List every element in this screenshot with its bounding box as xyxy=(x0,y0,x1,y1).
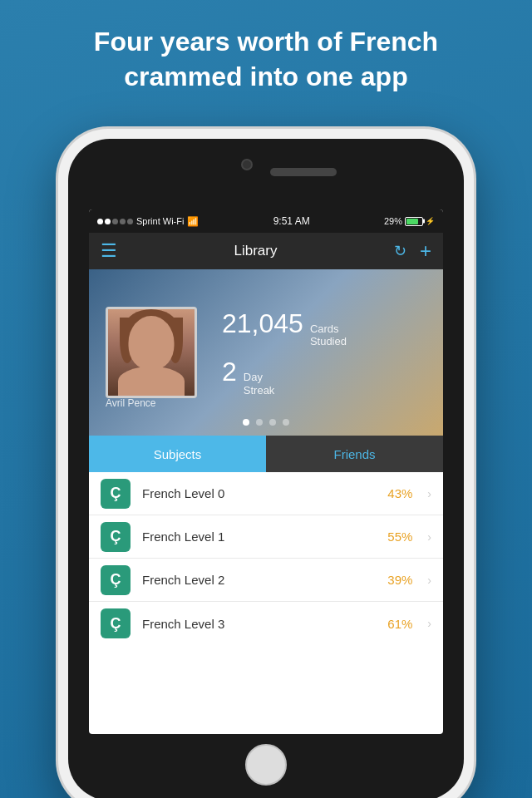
profile-name: Avril Pence xyxy=(106,397,155,409)
tab-friends[interactable]: Friends xyxy=(266,436,443,472)
day-streak-row: 2 DayStreak xyxy=(222,357,347,397)
screen: Sprint Wi-Fi 📶 9:51 AM 29% ⚡ ☰ Library xyxy=(89,209,443,734)
signal-dots xyxy=(97,219,133,224)
tab-friends-label: Friends xyxy=(333,447,375,461)
lightning-icon: ⚡ xyxy=(426,217,435,225)
signal-dot-1 xyxy=(97,219,103,224)
profile-banner: 21,045 CardsStudied 2 DayStreak Avril Pe… xyxy=(89,269,443,436)
signal-dot-2 xyxy=(105,219,111,224)
subject-percent-0: 43% xyxy=(387,486,412,500)
subject-list: Ç French Level 0 43% › Ç French Level 1 … xyxy=(89,472,443,645)
profile-photo xyxy=(106,307,197,398)
subject-icon-0: Ç xyxy=(101,479,131,509)
pdot-2 xyxy=(269,419,276,426)
phone-inner: Sprint Wi-Fi 📶 9:51 AM 29% ⚡ ☰ Library xyxy=(68,139,464,798)
subject-item-2[interactable]: Ç French Level 2 39% › xyxy=(89,559,443,602)
subject-item-1[interactable]: Ç French Level 1 55% › xyxy=(89,515,443,559)
tab-subjects-label: Subjects xyxy=(154,447,202,461)
cards-studied-number: 21,045 xyxy=(222,308,303,339)
headline-text: Four years worth of French crammed into … xyxy=(94,27,438,91)
battery-fill xyxy=(406,219,418,224)
chevron-icon-2: › xyxy=(427,574,431,587)
tab-subjects[interactable]: Subjects xyxy=(89,436,266,472)
subject-icon-3: Ç xyxy=(101,608,131,638)
signal-dot-3 xyxy=(112,219,118,224)
status-left: Sprint Wi-Fi 📶 xyxy=(97,216,199,227)
subject-percent-1: 55% xyxy=(387,530,412,544)
pdot-3 xyxy=(283,419,289,426)
pdot-0 xyxy=(243,419,249,426)
headline: Four years worth of French crammed into … xyxy=(0,25,532,94)
menu-button[interactable]: ☰ xyxy=(101,240,117,262)
pdot-1 xyxy=(256,419,263,426)
face xyxy=(129,316,175,370)
cards-studied-row: 21,045 CardsStudied xyxy=(222,308,347,348)
subject-icon-2: Ç xyxy=(101,565,131,595)
navbar-actions: ↻ + xyxy=(394,239,431,263)
add-button[interactable]: + xyxy=(420,239,431,263)
chevron-icon-0: › xyxy=(427,487,431,500)
home-button[interactable] xyxy=(245,744,287,786)
subject-name-1: French Level 1 xyxy=(142,530,376,544)
pagination-dots xyxy=(243,419,289,426)
subject-item-0[interactable]: Ç French Level 0 43% › xyxy=(89,472,443,515)
camera xyxy=(241,159,253,170)
day-streak-number: 2 xyxy=(222,357,237,387)
subject-item-3[interactable]: Ç French Level 3 61% › xyxy=(89,602,443,645)
chevron-icon-1: › xyxy=(427,530,431,544)
signal-dot-5 xyxy=(127,219,133,224)
status-right: 29% ⚡ xyxy=(384,216,435,226)
chevron-icon-3: › xyxy=(427,617,431,630)
battery-tip xyxy=(423,219,425,224)
earpiece xyxy=(270,168,337,176)
navbar: ☰ Library ↻ + xyxy=(89,233,443,269)
battery-icon xyxy=(405,217,423,226)
status-bar: Sprint Wi-Fi 📶 9:51 AM 29% ⚡ xyxy=(89,209,443,233)
subject-name-3: French Level 3 xyxy=(142,617,376,631)
signal-dot-4 xyxy=(120,219,126,224)
battery-percent: 29% xyxy=(384,216,402,226)
wifi-icon: 📶 xyxy=(187,216,199,227)
phone-frame: Sprint Wi-Fi 📶 9:51 AM 29% ⚡ ☰ Library xyxy=(58,129,474,798)
carrier-name: Sprint Wi-Fi xyxy=(136,216,184,226)
refresh-button[interactable]: ↻ xyxy=(394,242,406,260)
day-streak-label: DayStreak xyxy=(244,371,275,397)
status-time: 9:51 AM xyxy=(273,215,310,227)
subject-name-2: French Level 2 xyxy=(142,573,376,587)
navbar-title: Library xyxy=(234,243,278,259)
subject-name-0: French Level 0 xyxy=(142,486,376,500)
shoulder xyxy=(118,367,185,396)
stats-area: 21,045 CardsStudied 2 DayStreak xyxy=(222,308,347,397)
profile-photo-inner xyxy=(108,309,195,396)
subject-icon-1: Ç xyxy=(101,522,131,552)
subject-percent-3: 61% xyxy=(387,617,412,631)
tabs: Subjects Friends xyxy=(89,436,443,472)
subject-percent-2: 39% xyxy=(387,573,412,587)
cards-studied-label: CardsStudied xyxy=(310,323,347,348)
